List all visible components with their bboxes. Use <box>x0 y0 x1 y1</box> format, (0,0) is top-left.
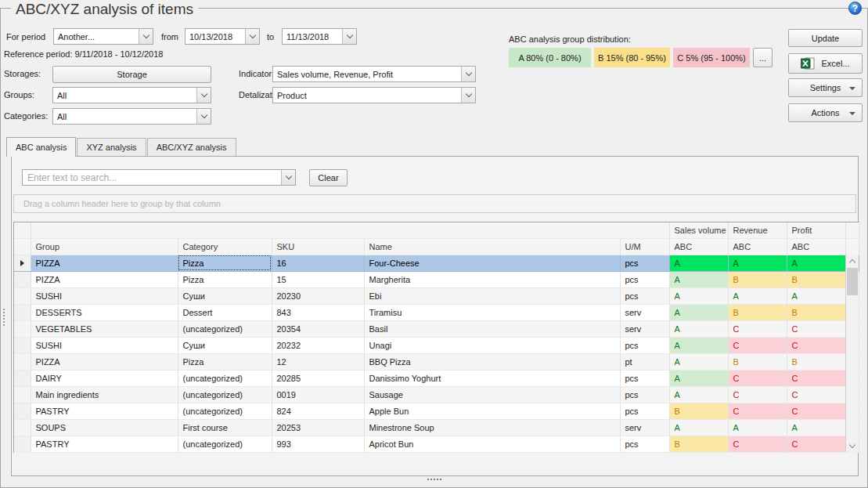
cell-profit-abc[interactable]: C <box>787 320 845 337</box>
cell-name[interactable]: Ebi <box>364 287 620 304</box>
detalization-select[interactable]: Product <box>272 87 476 103</box>
cell-sales-abc[interactable]: A <box>669 337 728 353</box>
categories-dropdown-button[interactable] <box>196 109 211 124</box>
row-indicator[interactable] <box>14 304 31 320</box>
bottom-splitter-handle[interactable] <box>427 479 441 480</box>
left-splitter-handle[interactable] <box>3 309 5 326</box>
cell-sales-abc[interactable]: A <box>669 370 728 386</box>
cell-group[interactable]: PASTRY <box>31 403 178 419</box>
settings-button[interactable]: Settings <box>788 78 863 97</box>
cell-revenue-abc[interactable]: C <box>728 386 787 403</box>
cell-category[interactable]: Pizza <box>178 271 272 287</box>
cell-group[interactable]: PASTRY <box>31 436 178 452</box>
cell-revenue-abc[interactable]: C <box>728 320 787 337</box>
cell-name[interactable]: Margherita <box>364 271 620 287</box>
cell-group[interactable]: VEGETABLES <box>31 320 178 337</box>
cell-profit-abc[interactable]: C <box>787 337 845 353</box>
table-row[interactable]: PASTRY(uncategorized)824Apple BunpcsBCC <box>14 403 859 419</box>
cell-revenue-abc[interactable]: B <box>728 271 787 287</box>
table-row[interactable]: PIZZAPizza15MargheritapcsABB <box>14 271 859 287</box>
indicators-dropdown-button[interactable] <box>461 67 475 81</box>
cell-revenue-abc[interactable]: C <box>728 436 787 452</box>
cell-revenue-abc[interactable]: C <box>728 370 787 386</box>
cell-profit-abc[interactable]: C <box>787 403 845 419</box>
cell-um[interactable]: pcs <box>620 337 669 353</box>
cell-um[interactable]: pcs <box>620 386 669 403</box>
cell-um[interactable]: pcs <box>620 287 669 304</box>
cell-group[interactable]: SOUPS <box>31 419 178 436</box>
cell-um[interactable]: pcs <box>620 436 669 452</box>
column-header-sku[interactable]: SKU <box>272 238 364 255</box>
cell-sku[interactable]: 20232 <box>272 337 364 353</box>
cell-profit-abc[interactable]: C <box>787 436 845 452</box>
cell-sales-abc[interactable]: A <box>669 419 728 436</box>
row-indicator[interactable] <box>14 386 31 403</box>
group-by-drop-zone[interactable]: Drag a column header here to group by th… <box>13 194 856 213</box>
cell-um[interactable]: serv <box>620 304 669 320</box>
tab-abc-analysis[interactable]: ABC analysis <box>6 137 76 157</box>
to-date-dropdown-button[interactable] <box>342 29 356 44</box>
cell-name[interactable]: Tiramisu <box>364 304 620 320</box>
cell-um[interactable]: pt <box>620 353 669 370</box>
cell-sales-abc[interactable]: A <box>669 304 728 320</box>
table-row[interactable]: PIZZAPizza12BBQ PizzaptABB <box>14 353 859 370</box>
cell-profit-abc[interactable]: A <box>787 419 845 436</box>
tab-abc-xyz-analysis[interactable]: ABC/XYZ analysis <box>147 138 236 156</box>
cell-name[interactable]: BBQ Pizza <box>364 353 620 370</box>
cell-group[interactable]: Main ingredients <box>31 386 178 403</box>
row-indicator[interactable] <box>14 436 31 452</box>
actions-button[interactable]: Actions <box>788 103 863 122</box>
groups-dropdown-button[interactable] <box>196 88 211 103</box>
scrollbar-thumb[interactable] <box>847 268 858 295</box>
vertical-scrollbar[interactable] <box>845 255 859 452</box>
cell-group[interactable]: DAIRY <box>31 370 178 386</box>
row-indicator[interactable] <box>14 320 31 337</box>
cell-name[interactable]: Apple Bun <box>364 403 620 419</box>
row-indicator[interactable] <box>14 403 31 419</box>
cell-group[interactable]: DESSERTS <box>31 304 178 320</box>
cell-sku[interactable]: 843 <box>272 304 364 320</box>
cell-group[interactable]: SUSHI <box>31 287 178 304</box>
cell-group[interactable]: PIZZA <box>31 353 178 370</box>
cell-category[interactable]: (uncategorized) <box>178 386 272 403</box>
update-button[interactable]: Update <box>788 29 863 47</box>
cell-sku[interactable]: 20230 <box>272 287 364 304</box>
cell-revenue-abc[interactable]: A <box>728 255 787 271</box>
table-row[interactable]: SUSHIСуши20232UnagipcsACC <box>14 337 859 353</box>
row-indicator[interactable] <box>14 255 31 271</box>
cell-name[interactable]: Apricot Bun <box>364 436 620 452</box>
cell-category[interactable]: Суши <box>178 337 272 353</box>
band-sales-volume[interactable]: Sales volume <box>669 222 728 238</box>
column-header-group[interactable]: Group <box>31 238 178 255</box>
cell-sku[interactable]: 15 <box>272 271 364 287</box>
cell-profit-abc[interactable]: C <box>787 370 845 386</box>
cell-sales-abc[interactable]: A <box>669 386 728 403</box>
table-row[interactable]: SUSHIСуши20230EbipcsAAA <box>14 287 859 304</box>
row-indicator[interactable] <box>14 370 31 386</box>
cell-revenue-abc[interactable]: C <box>728 337 787 353</box>
to-date-select[interactable]: 11/13/2018 <box>282 28 357 45</box>
table-row[interactable]: Main ingredients(uncategorized)0019Sausa… <box>14 386 859 403</box>
column-header-profit-abc[interactable]: ABC <box>787 238 845 255</box>
period-dropdown-button[interactable] <box>139 29 153 44</box>
band-revenue[interactable]: Revenue <box>728 222 787 238</box>
cell-name[interactable]: Danissimo Yoghurt <box>364 370 620 386</box>
table-row[interactable]: SOUPSFirst course20253Minestrone Soupser… <box>14 419 859 436</box>
table-row[interactable]: PASTRY(uncategorized)993Apricot BunpcsBC… <box>14 436 859 452</box>
search-dropdown-button[interactable] <box>281 170 295 185</box>
clear-search-button[interactable]: Clear <box>309 169 348 186</box>
search-input[interactable] <box>23 170 281 185</box>
cell-profit-abc[interactable]: B <box>787 271 845 287</box>
cell-category[interactable]: (uncategorized) <box>178 403 272 419</box>
table-row[interactable]: VEGETABLES(uncategorized)20354BasilservA… <box>14 320 859 337</box>
cell-sales-abc[interactable]: A <box>669 271 728 287</box>
cell-um[interactable]: pcs <box>620 403 669 419</box>
from-date-select[interactable]: 10/13/2018 <box>185 28 260 45</box>
cell-sku[interactable]: 20253 <box>272 419 364 436</box>
cell-sku[interactable]: 0019 <box>272 386 364 403</box>
cell-revenue-abc[interactable]: A <box>728 287 787 304</box>
band-profit[interactable]: Profit <box>787 222 845 238</box>
cell-um[interactable]: serv <box>620 419 669 436</box>
cell-sales-abc[interactable]: B <box>669 436 728 452</box>
cell-sku[interactable]: 12 <box>272 353 364 370</box>
